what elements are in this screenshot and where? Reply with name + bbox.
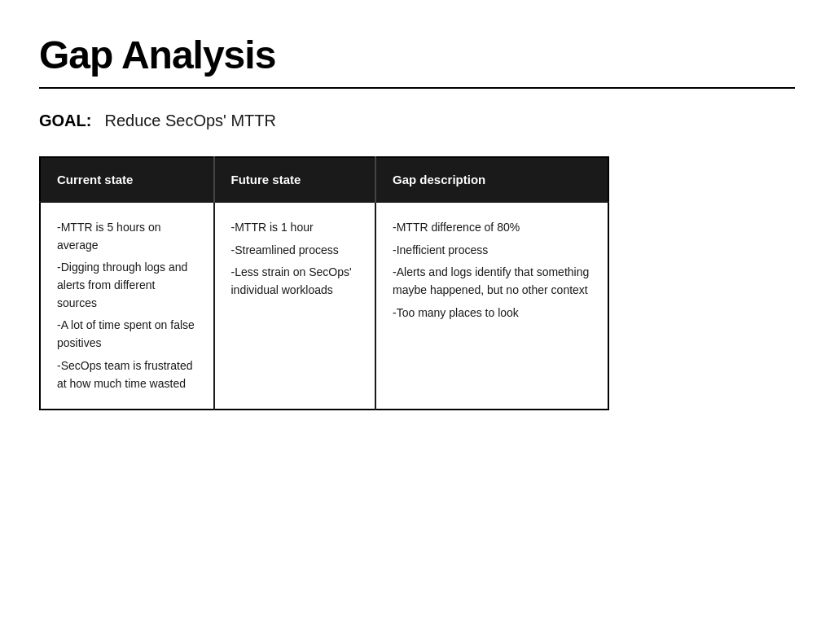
cell-line: -MTTR is 5 hours on average — [57, 219, 197, 254]
col-header-gap-description: Gap description — [375, 157, 608, 202]
goal-text: Reduce SecOps' MTTR — [104, 112, 276, 130]
gap-analysis-table: Current state Future state Gap descripti… — [39, 156, 609, 410]
table-header-row: Current state Future state Gap descripti… — [40, 157, 608, 202]
col-header-future-state: Future state — [214, 157, 376, 202]
future-state-content: -MTTR is 1 hour-Streamlined process-Less… — [231, 219, 359, 300]
cell-current-state: -MTTR is 5 hours on average-Digging thro… — [40, 202, 214, 410]
title-divider — [39, 87, 795, 89]
cell-line: -Too many places to look — [393, 304, 591, 322]
cell-line: -A lot of time spent on false positives — [57, 317, 197, 352]
gap-description-content: -MTTR difference of 80%-Inefficient proc… — [393, 219, 591, 322]
cell-line: -MTTR is 1 hour — [231, 219, 359, 237]
cell-gap-description: -MTTR difference of 80%-Inefficient proc… — [375, 202, 608, 410]
cell-line: -Inefficient process — [393, 242, 591, 260]
cell-line: -Less strain on SecOps' individual workl… — [231, 264, 359, 299]
cell-line: -MTTR difference of 80% — [393, 219, 591, 237]
goal-label: GOAL: — [39, 112, 91, 130]
goal-row: GOAL: Reduce SecOps' MTTR — [39, 112, 795, 130]
table-row: -MTTR is 5 hours on average-Digging thro… — [40, 202, 608, 410]
cell-line: -Streamlined process — [231, 242, 359, 260]
cell-line: -SecOps team is frustrated at how much t… — [57, 357, 197, 392]
col-header-current-state: Current state — [40, 157, 214, 202]
cell-line: -Digging through logs and alerts from di… — [57, 259, 197, 312]
current-state-content: -MTTR is 5 hours on average-Digging thro… — [57, 219, 197, 392]
cell-line: -Alerts and logs identify that something… — [393, 264, 591, 299]
cell-future-state: -MTTR is 1 hour-Streamlined process-Less… — [214, 202, 376, 410]
page-title: Gap Analysis — [39, 33, 795, 77]
